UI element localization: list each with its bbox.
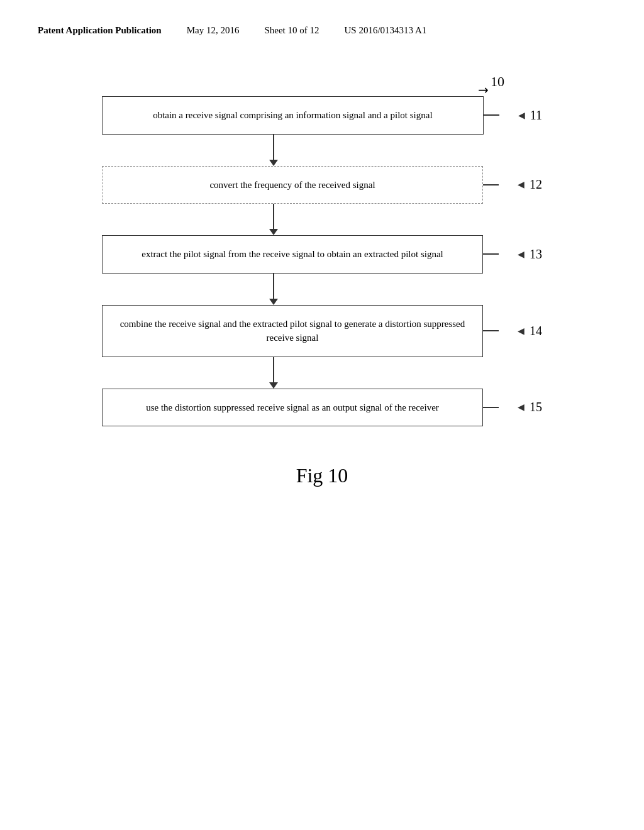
arrow-left-12: ◀ [518,179,525,190]
patent-publication-label: Patent Application Publication [38,25,162,36]
step-number-15: 15 [530,400,542,414]
connector-arrow-13 [269,299,278,305]
connector-11 [102,135,542,166]
step-row-12: convert the frequency of the received si… [102,166,542,204]
connector-13 [102,274,542,305]
step-box-12: convert the frequency of the received si… [102,166,483,204]
header-patent: US 2016/0134313 A1 [345,25,427,36]
bracket-line-12 [483,184,499,185]
connector-line-14 [273,357,274,382]
step-row-14: combine the receive signal and the extra… [102,305,542,357]
bracket-line-15 [483,407,499,408]
step-box-13: extract the pilot signal from the receiv… [102,235,483,274]
arrow-left-11: ◀ [518,110,525,121]
step-box-11: obtain a receive signal comprising an in… [102,96,484,135]
arrow-left-14: ◀ [518,326,525,336]
step-number-12: 12 [530,177,542,192]
diagram-top-label: 10 [491,74,504,89]
step-label-11: ◀11 [518,108,542,123]
header: Patent Application Publication May 12, 2… [38,25,606,36]
step-label-13: ◀13 [518,247,542,262]
step-box-14: combine the receive signal and the extra… [102,305,483,357]
connector-arrow-12 [269,229,278,235]
step-label-14: ◀14 [518,324,542,338]
step-row-11: obtain a receive signal comprising an in… [102,96,542,135]
connector-12 [102,204,542,235]
page: Patent Application Publication May 12, 2… [0,0,644,830]
arrow-left-15: ◀ [518,402,525,412]
flow-steps: obtain a receive signal comprising an in… [38,96,606,426]
bracket-line-13 [483,253,499,255]
step-row-13: extract the pilot signal from the receiv… [102,235,542,274]
step-row-15: use the distortion suppressed receive si… [102,389,542,427]
header-date: May 12, 2016 [187,25,240,36]
bracket-line-11 [484,114,499,116]
step-number-11: 11 [530,108,542,123]
step-box-15: use the distortion suppressed receive si… [102,389,483,427]
connector-line-12 [273,204,274,229]
arrow-left-13: ◀ [518,249,525,260]
step-number-13: 13 [530,247,542,262]
step-label-15: ◀15 [518,400,542,414]
connector-line-11 [273,135,274,160]
step-label-12: ◀12 [518,177,542,192]
fig-caption: Fig 10 [38,464,606,487]
flow-diagram: 10 ↗ obtain a receive signal comprising … [38,74,606,426]
header-sheet: Sheet 10 of 12 [264,25,319,36]
connector-line-13 [273,274,274,299]
bracket-line-14 [483,330,499,331]
step-number-14: 14 [530,324,542,338]
connector-arrow-11 [269,160,278,166]
connector-14 [102,357,542,389]
connector-arrow-14 [269,382,278,389]
